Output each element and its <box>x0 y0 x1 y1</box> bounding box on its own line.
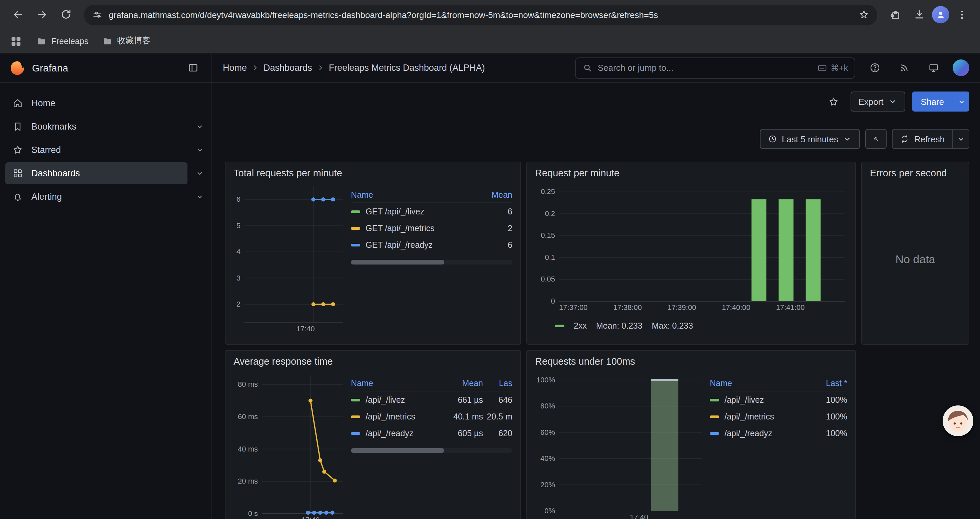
monitor-icon[interactable] <box>923 58 943 78</box>
legend-col-name[interactable]: Name <box>351 379 444 388</box>
download-icon[interactable] <box>908 3 931 26</box>
apps-grid-icon[interactable] <box>10 34 23 48</box>
chevron-down-icon[interactable] <box>188 115 212 137</box>
legend-table: Name Last * /api/_/livez 100% /api/_/met… <box>710 376 847 519</box>
legend-col-name[interactable]: Name <box>351 190 482 200</box>
legend-row[interactable]: GET /api/_/metrics 2 <box>351 220 512 236</box>
series-swatch <box>555 325 565 327</box>
svg-text:0: 0 <box>551 297 555 305</box>
legend-row[interactable]: /api/_/readyz 605 µs 620 <box>351 425 512 442</box>
breadcrumb-home[interactable]: Home <box>223 63 247 73</box>
panel-title[interactable]: Total requests per minute <box>234 168 512 178</box>
sidebar-item-home[interactable]: Home <box>0 92 212 114</box>
legend-inline[interactable]: 2xx Mean: 0.233 Max: 0.233 <box>555 321 847 331</box>
share-button[interactable]: Share <box>912 91 953 112</box>
legend-row[interactable]: /api/_/metrics 40.1 ms 20.5 m <box>351 408 512 425</box>
total-requests-chart[interactable]: 6543217:40 <box>234 181 347 335</box>
sidebar-item-alerting[interactable]: Alerting <box>0 186 212 208</box>
site-info-icon[interactable] <box>92 10 103 20</box>
forward-icon[interactable] <box>31 3 53 26</box>
legend-scrollbar[interactable] <box>351 448 512 453</box>
sidebar-toggle-icon[interactable] <box>183 58 202 77</box>
legend-row[interactable]: /api/_/readyz 100% <box>710 425 847 442</box>
svg-text:80 ms: 80 ms <box>238 380 258 388</box>
sidebar-item-dashboards[interactable]: Dashboards <box>0 162 212 184</box>
screen: Freeleaps 收藏博客 Grafana <box>0 0 980 519</box>
user-avatar[interactable] <box>953 59 969 76</box>
keyboard-icon <box>817 63 827 73</box>
legend-col-name[interactable]: Name <box>710 379 816 388</box>
scrollbar-thumb[interactable] <box>351 260 445 265</box>
svg-text:17:38:00: 17:38:00 <box>613 303 642 311</box>
svg-text:2: 2 <box>237 300 240 308</box>
favorite-star-icon[interactable] <box>824 91 843 112</box>
url-bar[interactable] <box>84 4 877 25</box>
share-menu-chevron[interactable] <box>953 91 969 112</box>
star-icon <box>12 144 23 156</box>
svg-text:0.2: 0.2 <box>545 209 555 218</box>
dashboard-grid: Total requests per minute 6543217:40 Nam… <box>212 150 980 519</box>
back-icon[interactable] <box>7 3 29 26</box>
bookmark-folder-freeleaps[interactable]: Freeleaps <box>36 36 88 46</box>
brand-title[interactable]: Grafana <box>32 62 177 73</box>
folder-icon <box>36 36 47 46</box>
sidebar: Grafana Home Bookmarks <box>0 53 212 519</box>
profile-avatar[interactable] <box>932 6 949 23</box>
panel-title[interactable]: Average response time <box>234 356 512 367</box>
legend-max: Max: 0.233 <box>652 321 693 331</box>
svg-text:17:40: 17:40 <box>301 516 320 519</box>
legend-col-mean[interactable]: Mean <box>482 190 512 200</box>
svg-text:60%: 60% <box>540 428 555 436</box>
request-per-minute-chart[interactable]: 0.250.20.150.10.05017:37:0017:38:0017:39… <box>535 181 849 313</box>
legend-series-name[interactable]: 2xx <box>574 321 587 331</box>
svg-text:0.25: 0.25 <box>541 187 555 196</box>
refresh-interval-chevron[interactable] <box>952 129 969 148</box>
panel-title[interactable]: Errors per second <box>870 168 961 178</box>
legend-scrollbar[interactable] <box>351 260 512 265</box>
average-response-time-chart[interactable]: 80 ms60 ms40 ms20 ms0 s17:40 <box>234 369 347 519</box>
legend-row[interactable]: GET /api/_/readyz 6 <box>351 236 512 253</box>
browser-menu-icon[interactable] <box>951 3 973 26</box>
legend-row[interactable]: GET /api/_/livez 6 <box>351 203 512 220</box>
requests-under-100ms-chart[interactable]: 100%80%60%40%20%0%17:40 <box>535 369 706 519</box>
extensions-icon[interactable] <box>884 3 907 26</box>
legend-col-last[interactable]: Last * <box>816 379 847 388</box>
legend-row[interactable]: /api/_/livez 661 µs 646 <box>351 391 512 408</box>
clock-icon <box>768 134 777 144</box>
chevron-down-icon[interactable] <box>188 139 212 161</box>
zoom-out-button[interactable] <box>865 129 887 149</box>
grafana-logo[interactable] <box>10 60 25 76</box>
bookmark-star-icon[interactable] <box>859 10 869 20</box>
assistant-avatar[interactable] <box>943 406 973 436</box>
bookmark-label: 收藏博客 <box>117 35 150 47</box>
news-rss-icon[interactable] <box>894 58 914 78</box>
series-swatch <box>351 432 360 434</box>
sidebar-item-starred[interactable]: Starred <box>0 139 212 161</box>
zoom-out-icon <box>873 134 879 144</box>
help-icon[interactable] <box>865 58 885 78</box>
reload-icon[interactable] <box>55 3 77 26</box>
sidebar-item-bookmarks[interactable]: Bookmarks <box>0 115 212 137</box>
bookmark-folder-blog[interactable]: 收藏博客 <box>102 35 150 47</box>
time-range-button[interactable]: Last 5 minutes <box>760 129 860 149</box>
breadcrumb-current: Freeleaps Metrics Dashboard (ALPHA) <box>329 63 485 73</box>
scrollbar-thumb[interactable] <box>351 448 445 453</box>
legend-col-last[interactable]: Las <box>483 379 512 388</box>
search-box[interactable]: ⌘+k <box>575 57 855 78</box>
svg-text:17:40:00: 17:40:00 <box>722 303 751 311</box>
series-swatch <box>351 398 360 401</box>
legend-row[interactable]: /api/_/livez 100% <box>710 391 847 408</box>
legend-row[interactable]: /api/_/metrics 100% <box>710 408 847 425</box>
chevron-down-icon[interactable] <box>188 186 212 208</box>
refresh-button[interactable]: Refresh <box>893 129 952 148</box>
legend-col-mean[interactable]: Mean <box>444 379 483 388</box>
url-input[interactable] <box>109 10 853 20</box>
search-input[interactable] <box>598 63 812 73</box>
panel-title[interactable]: Request per minute <box>535 168 847 178</box>
breadcrumb-dashboards[interactable]: Dashboards <box>264 63 312 73</box>
svg-text:0.1: 0.1 <box>545 253 555 262</box>
export-button[interactable]: Export <box>850 91 905 112</box>
chevron-down-icon[interactable] <box>188 162 212 184</box>
panel-title[interactable]: Requests under 100ms <box>535 356 847 367</box>
chevron-right-icon <box>316 64 325 72</box>
